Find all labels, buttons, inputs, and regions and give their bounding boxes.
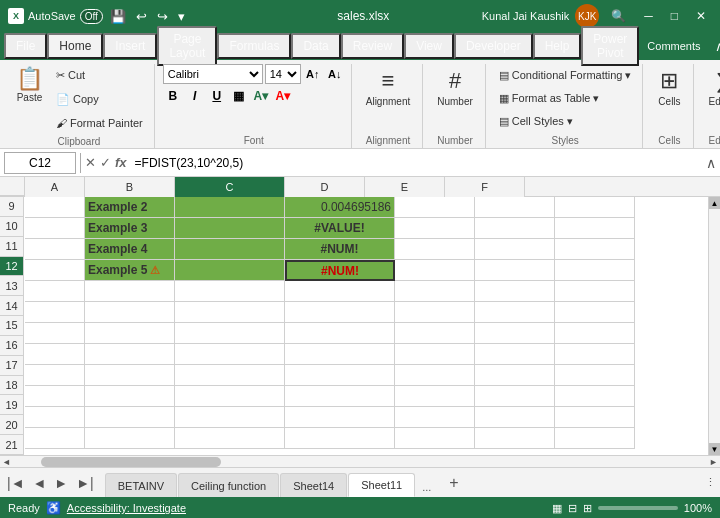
cell-d13[interactable]	[285, 281, 395, 302]
confirm-formula-icon[interactable]: ✓	[100, 155, 111, 170]
minimize-button[interactable]: ─	[638, 7, 659, 25]
vertical-scrollbar[interactable]: ▲ ▼	[708, 197, 720, 455]
col-header-c[interactable]: C	[175, 177, 285, 197]
tab-formulas[interactable]: Formulas	[217, 33, 291, 59]
row-header-14[interactable]: 14	[0, 296, 24, 316]
tab-developer[interactable]: Developer	[454, 33, 533, 59]
cell-e12[interactable]	[395, 260, 475, 281]
cell-e11[interactable]	[395, 239, 475, 260]
row-header-11[interactable]: 11	[0, 237, 24, 257]
maximize-button[interactable]: □	[665, 7, 684, 25]
ribbon-collapse-button[interactable]: ∧	[709, 35, 720, 58]
cell-b13[interactable]	[85, 281, 175, 302]
editing-button[interactable]: ∑ Editing	[702, 64, 720, 111]
cell-f9[interactable]	[475, 197, 555, 218]
cell-c12-empty[interactable]	[175, 260, 285, 281]
cell-f13[interactable]	[475, 281, 555, 302]
fill-color-button[interactable]: A▾	[251, 86, 271, 106]
font-name-select[interactable]: Calibri	[163, 64, 263, 84]
cut-button[interactable]: ✂ Cut	[51, 64, 148, 86]
customize-toolbar[interactable]: ▾	[175, 7, 188, 26]
accessibility-status[interactable]: Accessibility: Investigate	[67, 502, 186, 514]
row-header-10[interactable]: 10	[0, 217, 24, 237]
cell-a10[interactable]	[25, 218, 85, 239]
scroll-left-btn[interactable]: ◄	[2, 457, 11, 467]
sheet-nav-first[interactable]: |◄	[4, 473, 28, 493]
user-avatar[interactable]: KJK	[575, 4, 599, 28]
formula-input[interactable]	[131, 156, 702, 170]
scroll-right-btn[interactable]: ►	[709, 457, 718, 467]
sheet-tab-sheet11[interactable]: Sheet11	[348, 473, 415, 497]
cell-f11[interactable]	[475, 239, 555, 260]
insert-function-icon[interactable]: fx	[115, 155, 127, 170]
alignment-button[interactable]: ≡ Alignment	[360, 64, 416, 111]
cell-a9[interactable]	[25, 197, 85, 218]
cell-styles-button[interactable]: ▤ Cell Styles ▾	[494, 110, 637, 132]
sheet-options-button[interactable]: ⋮	[705, 476, 716, 489]
scroll-down-btn[interactable]: ▼	[709, 443, 721, 455]
scroll-thumb[interactable]	[41, 457, 221, 467]
tab-help[interactable]: Help	[533, 33, 582, 59]
cell-c9-empty[interactable]	[175, 197, 285, 218]
number-button[interactable]: # Number	[431, 64, 479, 111]
italic-button[interactable]: I	[185, 86, 205, 106]
col-header-f[interactable]: F	[445, 177, 525, 197]
conditional-formatting-button[interactable]: ▤ Conditional Formatting ▾	[494, 64, 637, 86]
cell-c12-selected[interactable]: #NUM!	[285, 260, 395, 281]
tab-home[interactable]: Home	[47, 33, 103, 59]
more-sheets-button[interactable]: ...	[416, 477, 437, 497]
autosave-toggle[interactable]: Off	[80, 9, 103, 24]
font-size-select[interactable]: 14	[265, 64, 301, 84]
cell-reference-box[interactable]	[4, 152, 76, 174]
tab-review[interactable]: Review	[341, 33, 404, 59]
scroll-up-btn[interactable]: ▲	[709, 197, 721, 209]
row-header-19[interactable]: 19	[0, 395, 24, 415]
row-header-16[interactable]: 16	[0, 336, 24, 356]
underline-button[interactable]: U	[207, 86, 227, 106]
cell-b10[interactable]: Example 3	[85, 218, 175, 239]
copy-button[interactable]: 📄 Copy	[51, 88, 148, 110]
cell-c13[interactable]	[175, 281, 285, 302]
cell-b12[interactable]: Example 5 ⚠	[85, 260, 175, 281]
sheet-tab-ceiling[interactable]: Ceiling function	[178, 473, 279, 497]
comments-button[interactable]: Comments	[639, 36, 708, 56]
cell-a12[interactable]	[25, 260, 85, 281]
redo-button[interactable]: ↪	[154, 7, 171, 26]
row-header-9[interactable]: 9	[0, 197, 24, 217]
tab-insert[interactable]: Insert	[103, 33, 157, 59]
cell-g9[interactable]	[555, 197, 635, 218]
view-page-break-icon[interactable]: ⊞	[583, 502, 592, 515]
save-button[interactable]: 💾	[107, 7, 129, 26]
format-as-table-button[interactable]: ▦ Format as Table ▾	[494, 87, 637, 109]
cell-g13[interactable]	[555, 281, 635, 302]
cell-g12[interactable]	[555, 260, 635, 281]
sheet-nav-last[interactable]: ►|	[73, 473, 97, 493]
increase-font-btn[interactable]: A↑	[303, 64, 323, 84]
cell-e13[interactable]	[395, 281, 475, 302]
tab-data[interactable]: Data	[291, 33, 340, 59]
row-header-18[interactable]: 18	[0, 376, 24, 396]
sheet-nav-prev[interactable]: ◄	[30, 473, 50, 493]
col-header-a[interactable]: A	[25, 177, 85, 197]
view-normal-icon[interactable]: ▦	[552, 502, 562, 515]
cancel-formula-icon[interactable]: ✕	[85, 155, 96, 170]
cell-b9[interactable]: Example 2	[85, 197, 175, 218]
cell-d11[interactable]: #NUM!	[285, 239, 395, 260]
cells-button[interactable]: ⊞ Cells	[651, 64, 687, 111]
sheet-tab-sheet14[interactable]: Sheet14	[280, 473, 347, 497]
cell-c11-empty[interactable]	[175, 239, 285, 260]
horizontal-scrollbar[interactable]: ◄ ►	[0, 455, 720, 467]
col-header-d[interactable]: D	[285, 177, 365, 197]
cell-g10[interactable]	[555, 218, 635, 239]
decrease-font-btn[interactable]: A↓	[325, 64, 345, 84]
cell-f12[interactable]	[475, 260, 555, 281]
search-button[interactable]: 🔍	[605, 7, 632, 25]
close-button[interactable]: ✕	[690, 7, 712, 25]
cell-a13[interactable]	[25, 281, 85, 302]
sheet-nav-next[interactable]: ►	[51, 473, 71, 493]
bold-button[interactable]: B	[163, 86, 183, 106]
cell-g11[interactable]	[555, 239, 635, 260]
row-header-21[interactable]: 21	[0, 435, 24, 455]
border-button[interactable]: ▦	[229, 86, 249, 106]
col-header-e[interactable]: E	[365, 177, 445, 197]
